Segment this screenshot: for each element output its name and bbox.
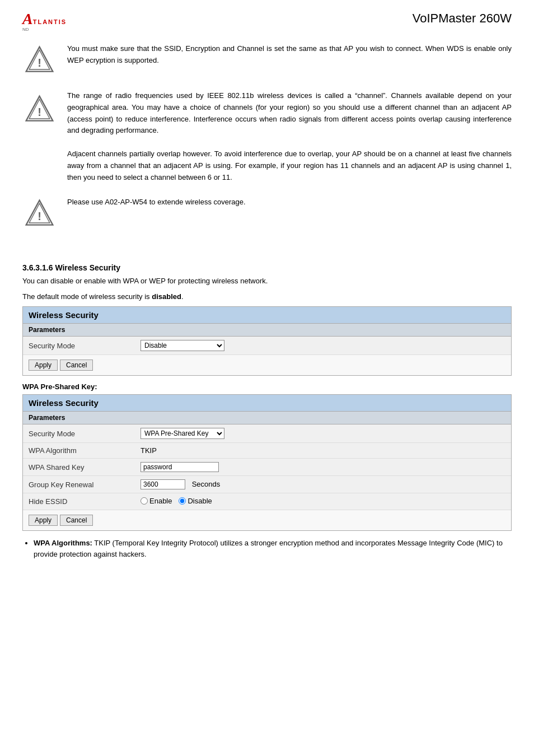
table2-params-header: Parameters <box>23 412 511 424</box>
table-row: Security Mode Disable WEP WPA Pre-Shared… <box>23 337 511 355</box>
bullet-list: WPA Algorithms: TKIP (Temporal Key Integ… <box>34 538 512 559</box>
table1-params-header: Parameters <box>23 324 511 337</box>
wpa-shared-key-value[interactable] <box>140 462 505 472</box>
table1-title: Wireless Security <box>23 307 511 324</box>
table-row: Hide ESSID Enable Disable <box>23 493 511 510</box>
svg-text:!: ! <box>38 209 41 222</box>
table-row: WPA Algorithm TKIP <box>23 443 511 459</box>
group-key-renewal-value[interactable]: Seconds <box>140 479 505 489</box>
section-desc2: The default mode of wireless security is… <box>22 291 512 302</box>
t2-security-mode-label: Security Mode <box>29 430 140 438</box>
section-desc2-bold: disabled <box>152 292 181 301</box>
logo: A TLANTIS ND <box>22 11 67 32</box>
section-desc1: You can disable or enable with WPA or WE… <box>22 276 512 287</box>
wpa-algorithm-label: WPA Algorithm <box>29 446 140 455</box>
logo-a: A <box>22 11 33 27</box>
hide-essid-disable-label[interactable]: Disable <box>179 497 212 505</box>
table-row: WPA Shared Key <box>23 459 511 476</box>
bullet-bold-1: WPA Algorithms: <box>34 539 92 547</box>
hide-essid-radio-group: Enable Disable <box>140 497 212 505</box>
warning-para2: Adjacent channels partially overlap howe… <box>67 148 512 183</box>
t2-security-mode-value[interactable]: Disable WEP WPA Pre-Shared Key WPA RADIU… <box>140 428 505 439</box>
security-mode-label: Security Mode <box>29 342 140 350</box>
warning-block-1: ! You must make sure that the SSID, Encr… <box>22 43 512 77</box>
warning-text-3: Please use A02-AP-W54 to extende wireles… <box>67 197 512 208</box>
group-key-renewal-input[interactable] <box>140 479 185 489</box>
product-title: VoIPMaster 260W <box>413 11 512 26</box>
list-item: WPA Algorithms: TKIP (Temporal Key Integ… <box>34 538 512 559</box>
page-header: A TLANTIS ND VoIPMaster 260W <box>22 11 512 32</box>
warning-block-2: ! The range of radio frequencies used by… <box>22 90 512 183</box>
security-mode-select-1[interactable]: Disable WEP WPA Pre-Shared Key WPA RADIU… <box>140 340 224 351</box>
section-desc2-suffix: . <box>181 292 184 301</box>
table2-buttons-row: Apply Cancel <box>23 510 511 530</box>
svg-text:!: ! <box>38 105 41 118</box>
table1-buttons-row: Apply Cancel <box>23 355 511 375</box>
wpa-shared-key-input[interactable] <box>140 462 219 472</box>
warning-para1: The range of radio frequencies used by I… <box>67 90 512 137</box>
security-mode-value[interactable]: Disable WEP WPA Pre-Shared Key WPA RADIU… <box>140 340 505 351</box>
svg-text:!: ! <box>38 56 41 68</box>
hide-essid-enable-label[interactable]: Enable <box>140 497 172 505</box>
warning-icon-1: ! <box>22 43 56 77</box>
warning-text-2: The range of radio frequencies used by I… <box>67 90 512 183</box>
table-row: Group Key Renewal Seconds <box>23 476 511 493</box>
logo-nd: ND <box>22 27 29 32</box>
apply-button-2[interactable]: Apply <box>29 515 58 526</box>
hide-essid-value[interactable]: Enable Disable <box>140 497 505 506</box>
table-row: Security Mode Disable WEP WPA Pre-Shared… <box>23 424 511 443</box>
seconds-label: Seconds <box>192 480 221 488</box>
wireless-security-table-2: Wireless Security Parameters Security Mo… <box>22 394 512 531</box>
cancel-button-1[interactable]: Cancel <box>60 360 93 371</box>
warning-icon-2: ! <box>22 92 56 126</box>
wpa-shared-key-label: WPA Shared Key <box>29 463 140 472</box>
section-desc2-prefix: The default mode of wireless security is <box>22 292 152 301</box>
group-key-renewal-label: Group Key Renewal <box>29 480 140 489</box>
logo-brand: TLANTIS <box>33 18 67 25</box>
wireless-security-table-1: Wireless Security Parameters Security Mo… <box>22 306 512 376</box>
hide-essid-label: Hide ESSID <box>29 497 140 506</box>
wpa-algorithm-value: TKIP <box>140 446 505 455</box>
warning-icon-3: ! <box>22 197 56 230</box>
section-heading: 3.6.3.1.6 Wireless Security <box>22 263 512 272</box>
bullet-text-1: TKIP (Temporal Key Integrity Protocol) u… <box>34 539 503 558</box>
security-mode-select-2[interactable]: Disable WEP WPA Pre-Shared Key WPA RADIU… <box>140 428 224 439</box>
hide-essid-enable-radio[interactable] <box>140 497 148 505</box>
hide-essid-disable-text: Disable <box>188 497 212 505</box>
warning-block-3: ! Please use A02-AP-W54 to extende wirel… <box>22 197 512 230</box>
hide-essid-enable-text: Enable <box>149 497 172 505</box>
apply-button-1[interactable]: Apply <box>29 360 58 371</box>
hide-essid-disable-radio[interactable] <box>179 497 186 505</box>
table2-title: Wireless Security <box>23 395 511 412</box>
wpa-key-heading: WPA Pre-Shared Key: <box>22 382 512 391</box>
warning-text-1: You must make sure that the SSID, Encryp… <box>67 43 512 67</box>
cancel-button-2[interactable]: Cancel <box>60 515 93 526</box>
